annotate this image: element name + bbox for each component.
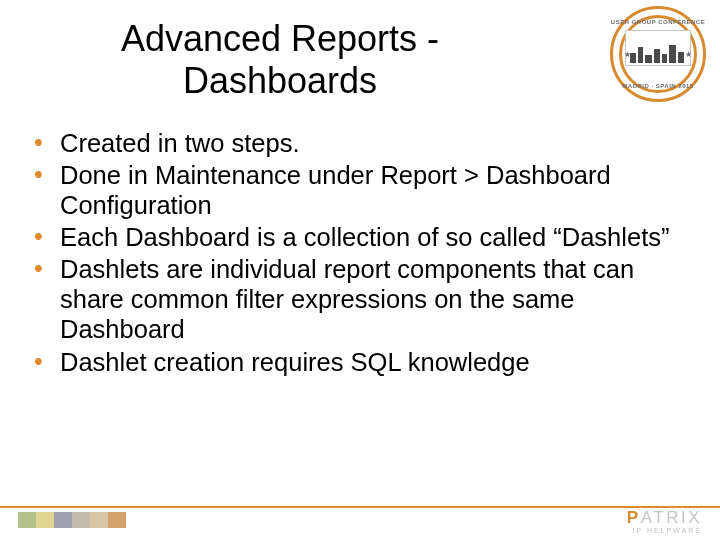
conference-badge: USER GROUP CONFERENCE ★ ★ MADRID · SPAIN… (610, 6, 706, 102)
brand-rest: ATRIX (641, 508, 702, 527)
list-item: Dashlets are individual report component… (32, 254, 688, 344)
swatch-icon (36, 512, 54, 528)
star-icon: ★ (685, 50, 692, 59)
swatch-icon (18, 512, 36, 528)
swatch-icon (72, 512, 90, 528)
brand-name: PATRIX (627, 509, 702, 526)
slide-title: Advanced Reports - Dashboards (0, 18, 560, 103)
swatch-icon (54, 512, 72, 528)
title-line2: Dashboards (183, 60, 377, 101)
star-icon: ★ (624, 50, 631, 59)
footer-logo: PATRIX IP HELPWARE (627, 509, 702, 534)
footer-divider (0, 506, 720, 508)
title-line1: Advanced Reports - (121, 18, 439, 59)
badge-skyline-frame (625, 30, 691, 66)
brand-accent: P (627, 508, 641, 527)
slide-footer: PATRIX IP HELPWARE (0, 506, 720, 540)
swatch-icon (90, 512, 108, 528)
list-item: Dashlet creation requires SQL knowledge (32, 347, 688, 377)
list-item: Each Dashboard is a collection of so cal… (32, 222, 688, 252)
list-item: Done in Maintenance under Report > Dashb… (32, 160, 688, 220)
bullet-list: Created in two steps. Done in Maintenanc… (32, 128, 688, 379)
footer-swatches (18, 512, 126, 528)
badge-arc-bottom: MADRID · SPAIN 2015 (610, 83, 706, 89)
brand-tagline: IP HELPWARE (627, 527, 702, 534)
list-item: Created in two steps. (32, 128, 688, 158)
swatch-icon (108, 512, 126, 528)
badge-skyline-icon (630, 43, 686, 63)
badge-arc-top: USER GROUP CONFERENCE (610, 19, 706, 25)
